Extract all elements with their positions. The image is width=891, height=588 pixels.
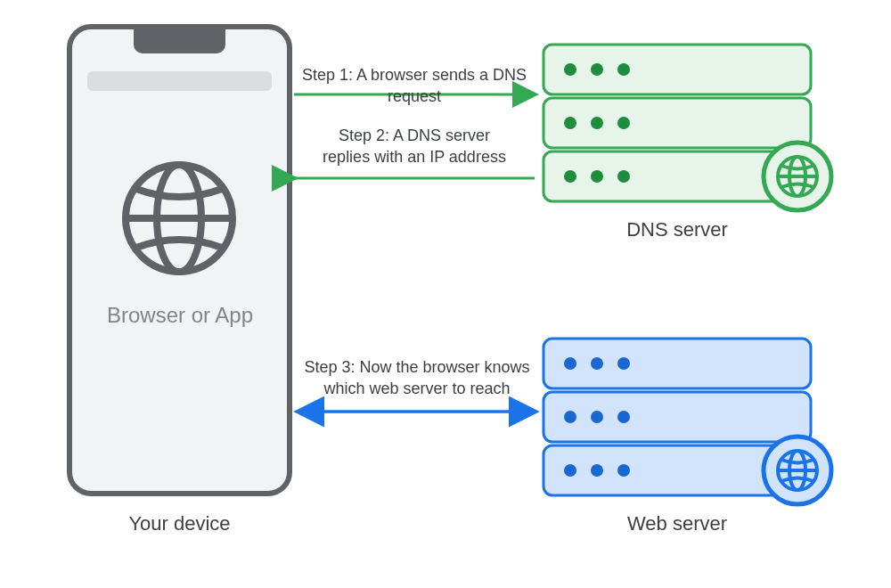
dns-globe-icon — [764, 143, 831, 210]
svg-point-31 — [617, 464, 630, 477]
svg-rect-5 — [544, 98, 811, 148]
step-1-label: Step 1: A browser sends a DNS request — [294, 64, 535, 108]
svg-point-9 — [617, 63, 630, 76]
your-device-label: Your device — [69, 512, 290, 535]
svg-point-10 — [564, 117, 576, 129]
svg-rect-21 — [544, 392, 811, 442]
svg-point-14 — [591, 170, 603, 183]
device-phone — [69, 27, 290, 494]
svg-point-13 — [564, 170, 576, 183]
svg-point-23 — [564, 357, 576, 370]
dns-server-stack — [544, 45, 831, 210]
svg-point-15 — [617, 170, 630, 183]
svg-rect-4 — [544, 45, 811, 94]
svg-point-25 — [617, 357, 630, 370]
web-server-stack — [544, 339, 831, 504]
web-globe-icon — [764, 437, 831, 504]
svg-rect-0 — [69, 27, 290, 494]
svg-point-11 — [591, 117, 603, 129]
dns-diagram: Step 1: A browser sends a DNS request St… — [0, 0, 891, 588]
svg-rect-20 — [544, 339, 811, 388]
svg-point-28 — [617, 411, 630, 423]
step-2-label: Step 2: A DNS server replies with an IP … — [294, 125, 535, 168]
step-3-label: Step 3: Now the browser knows which web … — [292, 356, 542, 400]
svg-point-29 — [564, 464, 576, 477]
svg-point-8 — [591, 63, 603, 76]
svg-point-12 — [617, 117, 630, 129]
browser-or-app-caption: Browser or App — [82, 303, 278, 328]
web-server-label: Web server — [544, 512, 811, 535]
svg-point-24 — [591, 357, 603, 370]
address-bar — [87, 71, 272, 91]
svg-point-27 — [591, 411, 603, 423]
svg-point-7 — [564, 63, 576, 76]
dns-server-label: DNS server — [544, 218, 811, 241]
svg-point-30 — [591, 464, 603, 477]
svg-point-26 — [564, 411, 576, 423]
